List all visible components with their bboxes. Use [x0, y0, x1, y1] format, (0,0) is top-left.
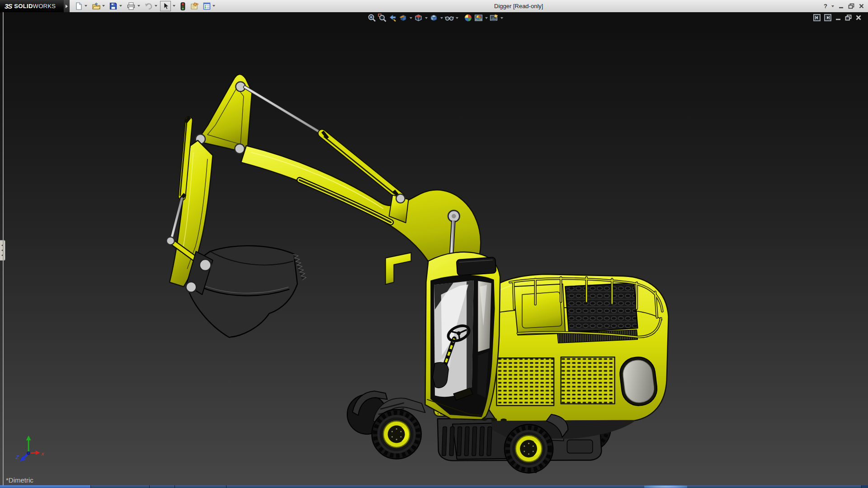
select-tool-button[interactable] [160, 1, 171, 11]
taskbar-divider [149, 485, 150, 488]
taskbar-segment [0, 485, 90, 488]
save-button[interactable] [108, 1, 118, 11]
taskbar-divider [175, 485, 175, 488]
stoplight-button[interactable] [178, 1, 188, 11]
cursor-arrow-icon [162, 2, 169, 10]
taskbar-divider [861, 485, 862, 488]
scene-svg: x Z [0, 12, 868, 485]
hide-show-glasses-icon [445, 14, 454, 22]
doc-minimize-button[interactable] [835, 14, 841, 21]
zoom-to-fit-button[interactable] [367, 13, 377, 23]
taskbar-edge[interactable] [0, 485, 868, 488]
graphics-viewport[interactable]: x Z [0, 12, 868, 485]
undo-button[interactable] [144, 1, 153, 11]
collapse-right-pane-button[interactable] [824, 14, 831, 21]
comment-note-button[interactable] [190, 1, 199, 11]
view-settings-dropdown[interactable] [500, 13, 504, 23]
view-settings-icon [490, 14, 499, 22]
collapse-left-pane-button[interactable] [813, 14, 821, 21]
minimize-button[interactable] [838, 3, 844, 9]
zoom-to-area-button[interactable] [377, 13, 387, 23]
doc-restore-button[interactable] [845, 14, 852, 21]
boom-mount-bracket[interactable] [386, 253, 411, 284]
orientation-triad: x Z [15, 436, 45, 462]
front-left-wheel[interactable] [372, 409, 421, 459]
logo-text-bold: SOLID [14, 3, 33, 9]
doc-close-button[interactable] [855, 14, 862, 21]
viewport-left-splitter[interactable] [3, 12, 4, 485]
previous-view-icon [388, 14, 397, 22]
restore-button[interactable] [848, 3, 854, 9]
print-dropdown[interactable] [137, 5, 140, 7]
cab[interactable] [425, 252, 500, 420]
menu-flyout-button[interactable] [64, 0, 70, 12]
help-dropdown[interactable] [831, 5, 834, 7]
front-right-wheel[interactable] [505, 424, 553, 473]
print-button[interactable] [126, 1, 136, 11]
options-checklist-button[interactable] [202, 1, 212, 11]
display-style-dropdown[interactable] [439, 13, 443, 23]
hide-show-items-button[interactable] [444, 13, 454, 23]
triad-x-label: x [41, 450, 44, 456]
checklist-icon [203, 2, 211, 10]
view-orientation-dropdown[interactable] [424, 13, 428, 23]
view-orientation-button[interactable] [414, 13, 423, 23]
new-document-icon [75, 2, 83, 10]
help-button[interactable]: ? [824, 3, 827, 9]
options-dropdown[interactable] [212, 5, 215, 7]
view-settings-button[interactable] [489, 13, 499, 23]
view-orientation-status: *Dimetric [6, 476, 33, 484]
save-floppy-icon [109, 2, 117, 10]
close-button[interactable] [859, 3, 864, 9]
open-dropdown[interactable] [102, 5, 105, 7]
bucket[interactable] [186, 246, 306, 338]
taskbar-highlight [644, 485, 687, 488]
taskbar-segment [90, 485, 861, 488]
triad-z-label: Z [15, 454, 19, 460]
apply-scene-dropdown[interactable] [484, 13, 488, 23]
apply-scene-button[interactable] [474, 13, 483, 23]
zoom-to-area-icon [378, 14, 387, 22]
section-view-dropdown[interactable] [409, 13, 413, 23]
edit-appearance-button[interactable] [463, 13, 473, 23]
view-orientation-icon [414, 14, 423, 22]
title-bar: 3S SOLIDWORKS [0, 0, 868, 13]
document-window-controls [813, 14, 862, 21]
printer-icon [127, 2, 135, 10]
zoom-to-fit-icon [368, 14, 376, 22]
new-document-button[interactable] [74, 1, 84, 11]
display-style-button[interactable] [429, 13, 439, 23]
edit-appearance-icon [464, 14, 472, 22]
solidworks-logo: 3S SOLIDWORKS [0, 0, 64, 12]
open-folder-icon [92, 2, 100, 10]
excavator-model[interactable] [166, 74, 668, 473]
taskbar-divider [226, 485, 226, 488]
flyout-arrow-icon [66, 5, 68, 8]
dassault-logo-icon: 3S [5, 2, 12, 10]
undo-arrow-icon [144, 2, 153, 10]
logo-text-light: WORKS [33, 3, 56, 9]
new-dropdown[interactable] [85, 5, 87, 7]
previous-view-button[interactable] [388, 13, 397, 23]
apply-scene-icon [474, 14, 483, 22]
heads-up-view-toolbar [367, 13, 504, 23]
open-button[interactable] [91, 1, 101, 11]
display-style-icon [429, 14, 438, 22]
stoplight-icon [180, 2, 185, 10]
section-view-icon [399, 14, 407, 22]
select-dropdown[interactable] [173, 5, 175, 7]
solidworks-window: 3S SOLIDWORKS [0, 0, 868, 488]
section-view-button[interactable] [398, 13, 408, 23]
save-dropdown[interactable] [119, 5, 122, 7]
seat [433, 362, 448, 388]
taskbar-divider [90, 485, 91, 488]
document-title: Digger [Read-only] [494, 3, 543, 9]
hide-show-items-dropdown[interactable] [455, 13, 459, 23]
comment-note-icon [190, 2, 199, 10]
undo-dropdown[interactable] [155, 5, 157, 7]
